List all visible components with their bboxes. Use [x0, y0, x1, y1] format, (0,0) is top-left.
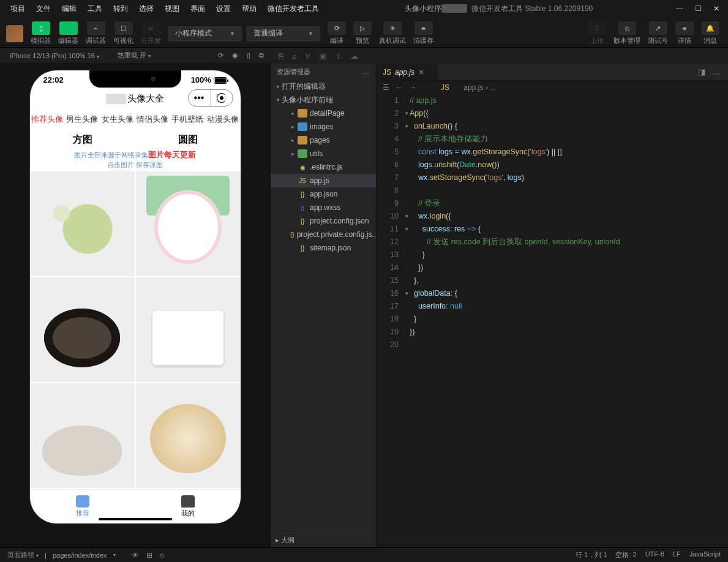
category-tab[interactable]: 情侣头像	[135, 110, 170, 129]
menu-视图[interactable]: 视图	[159, 4, 185, 14]
tb-可视化[interactable]: ☐可视化	[111, 20, 136, 47]
menu-转到[interactable]: 转到	[108, 4, 133, 14]
files-icon[interactable]: ⎘	[279, 51, 283, 61]
menu-设置[interactable]: 设置	[211, 4, 236, 14]
mode-select[interactable]: 小程序模式▼	[168, 26, 242, 41]
image-item[interactable]	[30, 277, 135, 382]
status-item[interactable]: UTF-8	[645, 550, 664, 560]
tree-sitemap.json[interactable]: {}sitemap.json	[271, 241, 376, 255]
tree-.eslintrc.js[interactable]: ◉.eslintrc.js	[271, 160, 376, 174]
shape-round-tab[interactable]: 圆图	[135, 129, 241, 150]
category-tab[interactable]: 手机壁纸	[170, 110, 205, 129]
tree-detailPage[interactable]: ▸detailPage	[271, 107, 376, 120]
link-icon[interactable]: ⎋	[160, 551, 164, 560]
tb-详情[interactable]: ≡详情	[673, 20, 696, 47]
editor-tab-app-js[interactable]: JSapp.js✕	[377, 64, 438, 80]
menu-微信开发者工具[interactable]: 微信开发者工具	[262, 4, 325, 14]
scene-icon[interactable]: ⊞	[146, 551, 152, 560]
more-actions-icon[interactable]: …	[713, 67, 721, 77]
phone-preview[interactable]: 22:02 100% __头像大全 ••• 推荐头像男生头像女生头像情侣头像手机…	[30, 70, 241, 523]
code-editor[interactable]: 12▾3▾45678910▾11▾1213141516▾17181920 // …	[377, 94, 728, 547]
status-item[interactable]: 行 1，列 1	[576, 550, 607, 560]
menu-帮助[interactable]: 帮助	[236, 4, 262, 14]
app-header: __头像大全 •••	[30, 87, 241, 110]
menu-界面[interactable]: 界面	[185, 4, 211, 14]
device-icon[interactable]: ▯	[247, 51, 250, 59]
nav-fwd-icon[interactable]: →	[409, 83, 416, 92]
toggle-panel-icon[interactable]: ☰	[383, 83, 389, 92]
menu-文件[interactable]: 文件	[31, 4, 56, 14]
tb-云开发[interactable]: ∞云开发	[138, 20, 163, 47]
eye-icon[interactable]: 👁	[132, 551, 139, 560]
tree-images[interactable]: ▸images	[271, 120, 376, 133]
tree-app.js[interactable]: JSapp.js	[271, 174, 376, 187]
open-editors-section[interactable]: ▸打开的编辑器	[271, 80, 376, 93]
tree-app.wxss[interactable]: ▯app.wxss	[271, 201, 376, 214]
rotate-icon[interactable]: ⟳	[218, 51, 223, 59]
menu-选择[interactable]: 选择	[133, 4, 159, 14]
tree-pages[interactable]: ▸pages	[271, 133, 376, 147]
page-path[interactable]: pages/index/index	[53, 552, 107, 559]
home-indicator	[99, 518, 172, 520]
image-item[interactable]	[30, 383, 135, 488]
menu-工具[interactable]: 工具	[82, 4, 108, 14]
tb-模拟器[interactable]: ▯模拟器	[28, 20, 53, 47]
category-tab[interactable]: 男生头像	[65, 110, 100, 129]
tb-预览[interactable]: ▷预览	[351, 20, 374, 47]
breadcrumb[interactable]: app.js › ...	[463, 83, 496, 92]
project-root[interactable]: ▾头像小程序前端	[271, 93, 376, 107]
popout-icon[interactable]: ⧉	[259, 51, 264, 59]
tb-版本管理[interactable]: ⎌版本管理	[611, 20, 643, 47]
close-button[interactable]: ✕	[712, 4, 721, 13]
status-item[interactable]: JavaScript	[689, 550, 721, 560]
image-item[interactable]	[136, 277, 241, 382]
share-icon[interactable]: ⇪	[335, 51, 342, 61]
tb-上传[interactable]: ⤴上传	[585, 20, 609, 47]
menu-项目[interactable]: 项目	[5, 4, 31, 14]
branch-icon[interactable]: ⑂	[306, 51, 310, 61]
tree-utils[interactable]: ▸utils	[271, 147, 376, 160]
tb-编辑器[interactable]: 编辑器	[56, 20, 81, 47]
image-item[interactable]	[30, 171, 135, 276]
editor-panel: JSapp.js✕ ◨ … ☰ ← → JS app.js › ... 12▾3…	[377, 64, 728, 547]
status-time: 22:02	[43, 75, 64, 84]
hot-reload-toggle[interactable]: 热重载 开 ▾	[114, 51, 154, 60]
minimize-button[interactable]: —	[675, 4, 684, 13]
tree-project.config.json[interactable]: {}project.config.json	[271, 214, 376, 228]
menu-dots-icon[interactable]: •••	[189, 90, 211, 106]
image-item[interactable]	[136, 383, 241, 488]
close-target-icon[interactable]	[211, 90, 233, 106]
compile-select[interactable]: 普通编译▼	[247, 26, 320, 41]
category-tab[interactable]: 推荐头像	[30, 110, 65, 129]
category-tab[interactable]: 女生头像	[100, 110, 135, 129]
tb-清缓存[interactable]: ≡清缓存	[411, 20, 436, 47]
tree-project.private.config.js...[interactable]: {}project.private.config.js...	[271, 228, 376, 241]
record-icon[interactable]: ◉	[232, 51, 238, 59]
tb-测试号[interactable]: ↗测试号	[645, 20, 670, 47]
nav-back-icon[interactable]: ←	[396, 83, 403, 92]
tb-消息[interactable]: 🔔消息	[699, 20, 722, 47]
shape-square-tab[interactable]: 方图	[30, 129, 135, 150]
tb-编译[interactable]: ⟳编译	[325, 20, 348, 47]
device-select[interactable]: iPhone 12/13 (Pro) 100% 16 ▾	[6, 52, 103, 59]
more-icon[interactable]: …	[363, 68, 370, 75]
image-item[interactable]	[136, 171, 241, 276]
cloud-icon[interactable]: ☁	[350, 51, 358, 61]
tree-app.json[interactable]: {}app.json	[271, 187, 376, 201]
status-item[interactable]: LF	[673, 550, 681, 560]
close-tab-icon[interactable]: ✕	[418, 68, 424, 77]
capsule-buttons[interactable]: •••	[188, 89, 233, 107]
status-item[interactable]: 空格: 2	[615, 550, 636, 560]
window-title: 头像小程序_ 微信开发者工具 Stable 1.06.2209190	[325, 4, 673, 14]
category-tab[interactable]: 动漫头像	[205, 110, 240, 129]
box-icon[interactable]: ▣	[319, 51, 326, 61]
tb-真机调试[interactable]: ✳真机调试	[377, 20, 408, 47]
user-avatar[interactable]	[6, 25, 23, 42]
split-editor-icon[interactable]: ◨	[698, 67, 705, 77]
path-label[interactable]: 页面路径 ▾	[7, 550, 39, 560]
menu-编辑[interactable]: 编辑	[56, 4, 82, 14]
maximize-button[interactable]: ☐	[694, 4, 702, 13]
tb-调试器[interactable]: ⌁调试器	[83, 20, 108, 47]
search-icon[interactable]: ⌕	[292, 51, 297, 61]
outline-section[interactable]: ▸ 大纲	[271, 533, 376, 547]
